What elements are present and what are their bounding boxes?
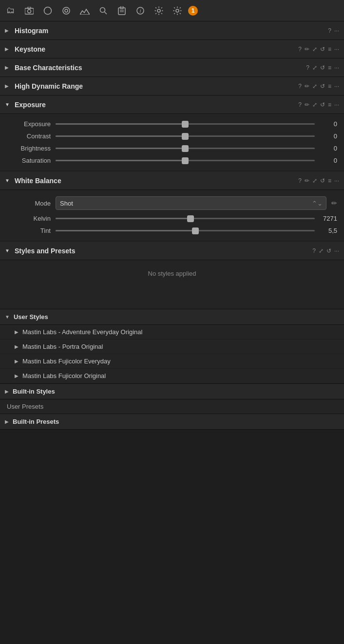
- item-chevron: ▶: [15, 329, 19, 335]
- builtin-styles-header[interactable]: ▶ Built-in Styles: [0, 383, 344, 399]
- folder-icon[interactable]: 🗂: [5, 5, 17, 17]
- styles-section-header[interactable]: ▼ Styles and Presets ? ⤢ ↺ ···: [0, 242, 344, 260]
- gear-icon[interactable]: [153, 5, 165, 17]
- wb-chevron: ▼: [5, 178, 11, 183]
- kelvin-track[interactable]: [56, 218, 315, 219]
- wb-mode-select[interactable]: Shot As Shot Auto Daylight Cloudy Shade …: [56, 196, 326, 210]
- exposure-slider-row: Exposure 0: [0, 118, 344, 130]
- exposure-track[interactable]: [56, 123, 315, 125]
- histogram-help[interactable]: ?: [328, 27, 331, 34]
- exposure-chevron: ▼: [5, 102, 11, 107]
- keystone-actions: ? ✏ ⤢ ↺ ≡ ···: [298, 46, 339, 53]
- wb-help[interactable]: ?: [298, 177, 302, 184]
- item-chevron: ▶: [15, 344, 19, 349]
- svg-point-14: [157, 9, 160, 12]
- hdr-pencil[interactable]: ✏: [305, 83, 309, 90]
- exposure-reset[interactable]: ↺: [320, 101, 325, 108]
- user-styles-title: User Styles: [14, 313, 48, 321]
- keystone-more[interactable]: ···: [334, 46, 339, 53]
- exposure-help[interactable]: ?: [298, 101, 302, 108]
- hdr-help[interactable]: ?: [298, 83, 302, 90]
- keystone-pencil[interactable]: ✏: [305, 46, 309, 53]
- list-item[interactable]: ▶ Mastin Labs - Adventure Everyday Origi…: [0, 325, 344, 340]
- exposure-value: 0: [320, 120, 337, 128]
- exposure-menu[interactable]: ≡: [328, 101, 331, 108]
- keystone-title: Keystone: [15, 45, 298, 53]
- exposure-expand[interactable]: ⤢: [312, 101, 317, 108]
- wb-menu[interactable]: ≡: [328, 177, 331, 184]
- info-icon[interactable]: i: [134, 5, 146, 17]
- styles-more[interactable]: ···: [334, 247, 339, 254]
- exposure-actions: ? ✏ ⤢ ↺ ≡ ···: [298, 101, 339, 108]
- styles-tree: ▼ User Styles ▶ Mastin Labs - Adventure …: [0, 309, 344, 430]
- base-help[interactable]: ?: [306, 64, 309, 71]
- base-more[interactable]: ···: [334, 64, 339, 71]
- user-presets-title: User Presets: [7, 403, 43, 410]
- styles-panel: No styles applied: [0, 260, 344, 309]
- contrast-slider-row: Contrast 0: [0, 130, 344, 142]
- base-reset[interactable]: ↺: [320, 64, 325, 71]
- wb-mode-pencil[interactable]: ✏: [331, 199, 337, 207]
- hdr-reset[interactable]: ↺: [320, 83, 325, 90]
- no-styles-text: No styles applied: [148, 270, 196, 277]
- wb-pencil[interactable]: ✏: [305, 177, 309, 184]
- exposure-section-header[interactable]: ▼ Exposure ? ✏ ⤢ ↺ ≡ ···: [0, 95, 344, 114]
- list-item[interactable]: ▶ Mastin Labs - Portra Original: [0, 340, 344, 354]
- keystone-reset[interactable]: ↺: [320, 46, 325, 53]
- kelvin-value: 7271: [320, 215, 337, 222]
- saturation-value: 0: [320, 157, 337, 164]
- camera-icon[interactable]: [23, 5, 35, 17]
- list-item[interactable]: ▶ Mastin Labs Fujicolor Everyday: [0, 354, 344, 369]
- clipboard-icon[interactable]: [116, 5, 128, 17]
- wb-section-header[interactable]: ▼ White Balance ? ✏ ⤢ ↺ ≡ ···: [0, 171, 344, 190]
- contrast-value: 0: [320, 133, 337, 140]
- keystone-expand[interactable]: ⤢: [312, 46, 317, 53]
- wb-reset[interactable]: ↺: [320, 177, 325, 184]
- settings2-icon[interactable]: [172, 5, 183, 17]
- base-menu[interactable]: ≡: [328, 64, 331, 71]
- svg-point-3: [44, 7, 52, 14]
- keystone-menu[interactable]: ≡: [328, 46, 331, 53]
- keystone-help[interactable]: ?: [298, 46, 302, 53]
- base-expand[interactable]: ⤢: [312, 64, 317, 71]
- exposure-more[interactable]: ···: [334, 101, 339, 108]
- base-characteristics-section-header[interactable]: ▶ Base Characteristics ? ⤢ ↺ ≡ ···: [0, 58, 344, 77]
- item-chevron: ▶: [15, 373, 19, 379]
- exposure-title: Exposure: [15, 101, 298, 109]
- notification-badge: 1: [188, 6, 198, 16]
- brightness-track[interactable]: [56, 148, 315, 149]
- wb-expand[interactable]: ⤢: [312, 177, 317, 184]
- builtin-styles-chevron: ▶: [5, 389, 9, 394]
- contrast-track[interactable]: [56, 135, 315, 137]
- hdr-menu[interactable]: ≡: [328, 83, 331, 90]
- saturation-track[interactable]: [56, 160, 315, 161]
- hdr-more[interactable]: ···: [334, 83, 339, 90]
- base-characteristics-chevron: ▶: [5, 65, 11, 70]
- toolbar: 🗂 i 1: [0, 0, 344, 21]
- keystone-chevron: ▶: [5, 46, 11, 52]
- landscape-icon[interactable]: [79, 5, 91, 17]
- wb-mode-select-wrapper[interactable]: Shot As Shot Auto Daylight Cloudy Shade …: [56, 196, 326, 210]
- histogram-more[interactable]: ···: [334, 27, 339, 34]
- builtin-presets-header[interactable]: ▶ Built-in Presets: [0, 414, 344, 430]
- badge-icon[interactable]: [60, 5, 72, 17]
- circle-icon[interactable]: [42, 5, 54, 17]
- keystone-section-header[interactable]: ▶ Keystone ? ✏ ⤢ ↺ ≡ ···: [0, 40, 344, 58]
- tint-track[interactable]: [56, 230, 315, 231]
- hdr-expand[interactable]: ⤢: [312, 83, 317, 90]
- hdr-section-header[interactable]: ▶ High Dynamic Range ? ✏ ⤢ ↺ ≡ ···: [0, 77, 344, 95]
- histogram-section-header[interactable]: ▶ Histogram ? ···: [0, 21, 344, 40]
- styles-help[interactable]: ?: [312, 247, 316, 254]
- styles-expand[interactable]: ⤢: [319, 247, 324, 254]
- list-item[interactable]: ▶ Mastin Labs Fujicolor Original: [0, 369, 344, 383]
- wb-more[interactable]: ···: [334, 177, 339, 184]
- style-item-label: Mastin Labs Fujicolor Everyday: [22, 358, 111, 365]
- user-styles-header[interactable]: ▼ User Styles: [0, 309, 344, 325]
- search-icon[interactable]: [97, 5, 109, 17]
- brightness-value: 0: [320, 145, 337, 152]
- styles-reset[interactable]: ↺: [326, 247, 331, 254]
- exposure-pencil[interactable]: ✏: [305, 101, 309, 108]
- svg-line-7: [105, 12, 107, 14]
- item-chevron: ▶: [15, 359, 19, 364]
- saturation-slider-row: Saturation 0: [0, 154, 344, 167]
